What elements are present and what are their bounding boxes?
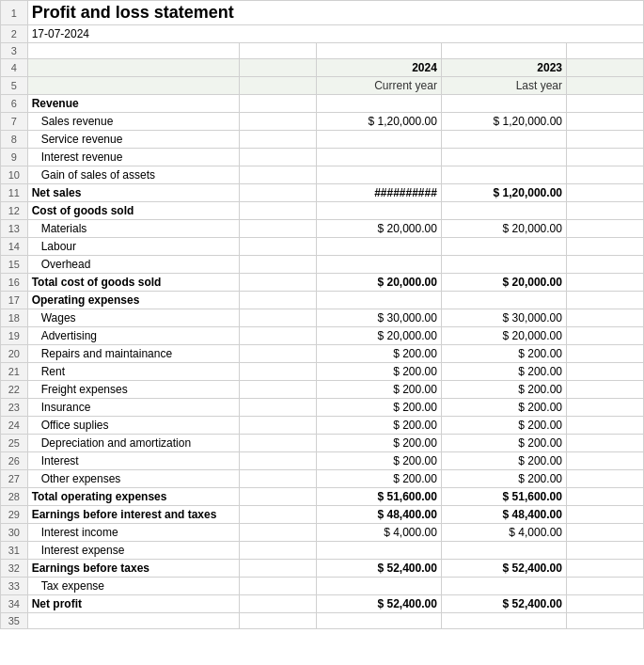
- spreadsheet-table: 1Profit and loss statement217-07-2024342…: [0, 0, 644, 629]
- empty-cell: [566, 149, 643, 166]
- value-last-year: $ 4,000.00: [441, 524, 566, 542]
- row-label: Sales revenue: [27, 113, 239, 131]
- value-last-year: $ 52,400.00: [441, 595, 566, 613]
- empty-cell: [239, 238, 316, 256]
- empty-cell: [566, 309, 643, 327]
- row-label: Earnings before interest and taxes: [27, 506, 239, 524]
- table-row: 32Earnings before taxes$ 52,400.00$ 52,4…: [1, 560, 644, 578]
- value-current-year: [316, 292, 441, 309]
- empty-cell: [566, 274, 643, 292]
- row-label: Insurance: [27, 399, 239, 417]
- row-label: Service revenue: [27, 131, 239, 149]
- row-number: 25: [1, 435, 28, 452]
- empty-cell: [239, 202, 316, 220]
- value-current-year: $ 20,000.00: [316, 327, 441, 345]
- empty-cell: [239, 560, 316, 578]
- empty-cell: [239, 256, 316, 274]
- row-label: Office suplies: [27, 417, 239, 435]
- value-current-year: $ 200.00: [316, 435, 441, 452]
- row-number: 4: [1, 59, 28, 77]
- value-last-year: [441, 613, 566, 629]
- empty-cell: [566, 560, 643, 578]
- empty-cell: [239, 43, 316, 59]
- empty-cell: [566, 452, 643, 470]
- table-row: 420242023: [1, 59, 644, 77]
- row-number: 17: [1, 292, 28, 309]
- year-header-label: [27, 59, 239, 77]
- table-row: 217-07-2024: [1, 25, 644, 43]
- row-label: Rent: [27, 363, 239, 381]
- table-row: 16Total cost of goods sold$ 20,000.00$ 2…: [1, 274, 644, 292]
- value-current-year: $ 200.00: [316, 417, 441, 435]
- row-number: 16: [1, 274, 28, 292]
- row-number: 3: [1, 43, 28, 59]
- value-last-year: $ 52,400.00: [441, 560, 566, 578]
- value-last-year: $ 200.00: [441, 417, 566, 435]
- value-last-year: [441, 238, 566, 256]
- empty-cell: [566, 256, 643, 274]
- value-last-year: $ 20,000.00: [441, 220, 566, 238]
- empty-cell: [566, 542, 643, 560]
- row-number: 31: [1, 542, 28, 560]
- empty-cell: [566, 131, 643, 149]
- row-number: 27: [1, 470, 28, 488]
- empty-cell: [239, 166, 316, 184]
- value-current-year: $ 20,000.00: [316, 220, 441, 238]
- value-last-year: $ 1,20,000.00: [441, 184, 566, 202]
- empty-cell: [566, 578, 643, 595]
- table-row: 30Interest income$ 4,000.00$ 4,000.00: [1, 524, 644, 542]
- value-last-year: $ 30,000.00: [441, 309, 566, 327]
- empty-cell: [566, 345, 643, 363]
- report-title: Profit and loss statement: [27, 1, 643, 25]
- row-label: Repairs and maintainance: [27, 345, 239, 363]
- row-number: 19: [1, 327, 28, 345]
- empty-cell: [566, 95, 643, 113]
- empty-cell: [566, 399, 643, 417]
- value-current-year: $ 200.00: [316, 452, 441, 470]
- empty-cell: [566, 184, 643, 202]
- empty-cell: [566, 470, 643, 488]
- table-row: 7Sales revenue$ 1,20,000.00$ 1,20,000.00: [1, 113, 644, 131]
- empty-cell: [239, 613, 316, 629]
- empty-cell: [566, 292, 643, 309]
- value-current-year: [316, 95, 441, 113]
- empty-cell: [566, 113, 643, 131]
- empty-cell: [239, 345, 316, 363]
- table-row: 35: [1, 613, 644, 629]
- value-last-year: [441, 95, 566, 113]
- row-label: Advertising: [27, 327, 239, 345]
- row-label: [27, 613, 239, 629]
- empty-cell: [239, 292, 316, 309]
- value-current-year: [316, 131, 441, 149]
- row-label: [27, 43, 239, 59]
- row-label: Materials: [27, 220, 239, 238]
- empty-cell: [566, 363, 643, 381]
- empty-cell: [239, 417, 316, 435]
- row-label: Freight expenses: [27, 381, 239, 399]
- row-number: 21: [1, 363, 28, 381]
- value-current-year: $ 200.00: [316, 381, 441, 399]
- table-row: 13Materials$ 20,000.00$ 20,000.00: [1, 220, 644, 238]
- empty-cell: [566, 506, 643, 524]
- report-date: 17-07-2024: [27, 25, 643, 43]
- row-label: Net sales: [27, 184, 239, 202]
- value-current-year: $ 4,000.00: [316, 524, 441, 542]
- value-last-year: [441, 292, 566, 309]
- value-last-year: $ 200.00: [441, 452, 566, 470]
- year-2024-header: 2024: [316, 59, 441, 77]
- table-row: 18Wages$ 30,000.00$ 30,000.00: [1, 309, 644, 327]
- empty-cell: [566, 613, 643, 629]
- value-current-year: $ 200.00: [316, 399, 441, 417]
- row-label: Total operating expenses: [27, 488, 239, 506]
- value-last-year: $ 1,20,000.00: [441, 113, 566, 131]
- row-number: 29: [1, 506, 28, 524]
- row-number: 32: [1, 560, 28, 578]
- table-row: 15Overhead: [1, 256, 644, 274]
- value-current-year: [316, 542, 441, 560]
- row-number: 9: [1, 149, 28, 166]
- empty-cell: [239, 220, 316, 238]
- table-row: 33Tax expense: [1, 578, 644, 595]
- table-row: 24Office suplies$ 200.00$ 200.00: [1, 417, 644, 435]
- sub-2023-header: Last year: [441, 77, 566, 95]
- row-number: 24: [1, 417, 28, 435]
